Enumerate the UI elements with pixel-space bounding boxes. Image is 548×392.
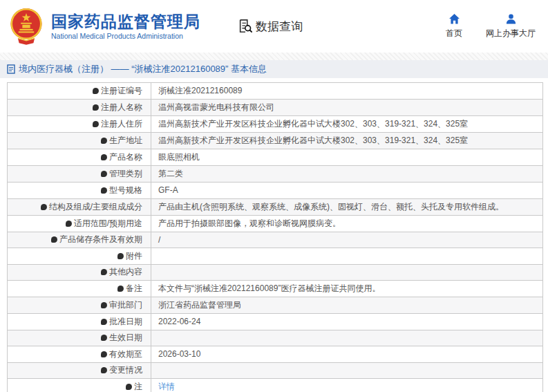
- table-row: 注册证编号 浙械注准20212160089: [8, 83, 542, 100]
- national-emblem-logo: [8, 7, 44, 46]
- table-row: 备注 本文件与“浙械注准20212160089”医疗器械注册证共同使用。: [8, 281, 542, 297]
- table-row: 注册人名称 温州高视雷蒙光电科技有限公司: [8, 100, 542, 116]
- row-label-cell: 结构及组成/主要组成成分: [8, 199, 151, 215]
- table-row: 生产地址 温州高新技术产业开发区科技企业孵化器中试大楼302、303、319-3…: [8, 133, 542, 149]
- user-icon: [505, 13, 517, 25]
- nav-item-home[interactable]: 首页: [446, 13, 462, 39]
- note-icon: [51, 236, 57, 243]
- org-name-en: National Medical Products Administration: [51, 32, 200, 40]
- note-icon: [101, 351, 107, 357]
- row-label: 备注: [126, 283, 142, 295]
- note-icon: [41, 204, 47, 210]
- row-label-cell: 管理类别: [8, 166, 151, 182]
- row-value: 眼底照相机: [151, 149, 542, 165]
- table-row: 变更情况: [8, 363, 542, 380]
- row-label-cell: 变更情况: [8, 363, 151, 379]
- table-row: 管理类别 第二类: [8, 166, 542, 183]
- row-label-cell: 其他内容: [8, 265, 151, 281]
- table-row: 注 详情: [8, 379, 542, 392]
- table-row: 审批部门 浙江省药品监督管理局: [8, 297, 542, 314]
- row-label-cell: 注册证编号: [8, 83, 151, 99]
- row-label: 其他内容: [109, 266, 142, 278]
- row-label: 型号规格: [109, 185, 142, 196]
- row-label-cell: 产品名称: [8, 149, 151, 165]
- note-icon: [101, 187, 107, 194]
- row-value: 温州高新技术产业开发区科技企业孵化器中试大楼302、303、319-321、32…: [151, 133, 542, 149]
- row-label: 审批部门: [109, 299, 142, 311]
- row-value: 温州高视雷蒙光电科技有限公司: [151, 100, 542, 115]
- document-icon: [7, 64, 15, 74]
- table-row: 批准日期 2022-06-24: [8, 314, 542, 330]
- row-value: 温州高新技术产业开发区科技企业孵化器中试大楼302、303、319-321、32…: [151, 116, 542, 132]
- note-icon: [117, 253, 124, 259]
- row-label-cell: 适用范围/预期用途: [8, 216, 151, 232]
- row-label-cell: 注册人名称: [8, 100, 151, 115]
- org-name-cn: 国家药品监督管理局: [51, 12, 200, 30]
- info-table: 注册证编号 浙械注准20212160089 注册人名称 温州高视雷蒙光电科技有限…: [7, 82, 543, 392]
- row-value: 本文件与“浙械注准20212160089”医疗器械注册证共同使用。: [151, 281, 542, 297]
- striped-divider-band: [0, 53, 548, 60]
- row-label-cell: 产品储存条件及有效期: [8, 232, 151, 248]
- nav-home-label: 首页: [446, 28, 462, 39]
- nav-item-service-hall[interactable]: 网上办事大厅: [486, 13, 536, 39]
- row-value: 产品用于拍摄眼部图像，观察和诊断视网膜病变。: [151, 216, 542, 232]
- row-value: [151, 265, 542, 281]
- note-icon: [117, 286, 124, 292]
- row-value: [151, 330, 542, 346]
- data-query-link[interactable]: 数据查询: [238, 19, 303, 35]
- row-label: 注: [134, 381, 142, 392]
- site-header: 国家药品监督管理局 National Medical Products Admi…: [0, 0, 548, 53]
- row-label-cell: 生效日期: [8, 330, 151, 346]
- row-label: 变更情况: [109, 364, 142, 376]
- table-row: 型号规格 GF-A: [8, 183, 542, 199]
- table-row: 注册人住所 温州高新技术产业开发区科技企业孵化器中试大楼302、303、319-…: [8, 116, 542, 133]
- row-label: 适用范围/预期用途: [74, 218, 142, 230]
- row-label-cell: 注: [8, 379, 151, 392]
- row-label-cell: 附件: [8, 248, 151, 264]
- row-value: 浙江省药品监督管理局: [151, 297, 542, 313]
- table-row: 其他内容: [8, 265, 542, 281]
- row-label-cell: 型号规格: [8, 183, 151, 198]
- row-label-cell: 批准日期: [8, 314, 151, 330]
- note-icon: [126, 384, 132, 390]
- table-row: 生效日期: [8, 330, 542, 347]
- home-icon: [448, 13, 460, 25]
- row-label-cell: 注册人住所: [8, 116, 151, 132]
- row-label-cell: 审批部门: [8, 297, 151, 313]
- detail-link[interactable]: 详情: [158, 381, 175, 392]
- row-label: 产品储存条件及有效期: [59, 234, 142, 245]
- row-value: [151, 248, 542, 264]
- row-label-cell: 备注: [8, 281, 151, 297]
- row-value: 2026-03-10: [151, 346, 542, 362]
- row-value: /: [151, 232, 542, 248]
- table-row: 附件: [8, 248, 542, 265]
- note-icon: [101, 138, 107, 144]
- note-icon: [101, 269, 107, 275]
- table-row: 产品储存条件及有效期 /: [8, 232, 542, 249]
- table-row: 适用范围/预期用途 产品用于拍摄眼部图像，观察和诊断视网膜病变。: [8, 216, 542, 232]
- row-label-cell: 生产地址: [8, 133, 151, 149]
- note-icon: [101, 335, 107, 341]
- row-label: 产品名称: [109, 151, 142, 163]
- table-row: 结构及组成/主要组成成分 产品由主机(含照明系统、观察系统、成像系统)、固视灯、…: [8, 199, 542, 216]
- row-label: 注册人住所: [101, 118, 142, 130]
- note-icon: [66, 221, 72, 227]
- row-value: 2022-06-24: [151, 314, 542, 330]
- row-value: [151, 363, 542, 379]
- row-label: 批准日期: [109, 316, 142, 328]
- note-icon: [101, 319, 107, 325]
- note-icon: [101, 154, 107, 160]
- row-value: 产品由主机(含照明系统、观察系统、成像系统)、固视灯、滑台、额托、头托及专用软件…: [151, 199, 542, 215]
- page-title: 境内医疗器械（注册） —— “浙械注准20212160089” 基本信息: [19, 63, 267, 75]
- row-label: 管理类别: [109, 168, 142, 180]
- document-search-icon: [238, 19, 253, 34]
- table-row: 产品名称 眼底照相机: [8, 149, 542, 166]
- note-icon: [93, 104, 99, 111]
- row-label: 有效期至: [109, 348, 142, 360]
- table-row: 有效期至 2026-03-10: [8, 346, 542, 363]
- row-label: 生产地址: [109, 135, 142, 147]
- note-icon: [101, 171, 107, 177]
- row-value: 详情: [151, 379, 542, 392]
- data-query-label: 数据查询: [256, 19, 303, 35]
- row-value: 浙械注准20212160089: [151, 83, 542, 99]
